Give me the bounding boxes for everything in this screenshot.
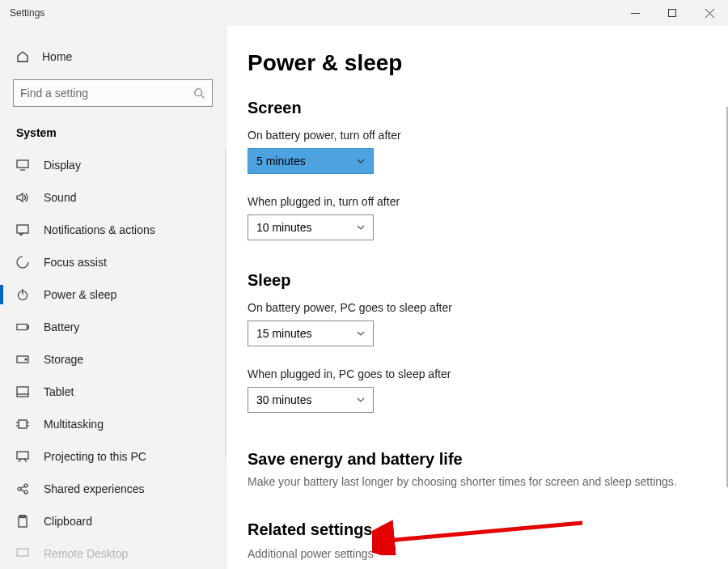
nav-multitasking[interactable]: Multitasking [0, 408, 226, 440]
sidebar: Home System Display Sound [0, 26, 226, 569]
titlebar: Settings [0, 0, 728, 26]
nav-battery[interactable]: Battery [0, 311, 226, 343]
window-title: Settings [10, 7, 44, 19]
nav-label: Storage [44, 353, 83, 366]
storage-icon [16, 353, 29, 366]
svg-point-14 [25, 359, 27, 360]
nav-sound[interactable]: Sound [0, 181, 226, 214]
nav-list: Display Sound Notifications & actions Fo… [0, 149, 226, 569]
nav-label: Focus assist [44, 256, 107, 269]
nav-display[interactable]: Display [0, 149, 226, 181]
home-icon [16, 50, 29, 63]
shared-icon [16, 482, 29, 495]
sleep-plugged-label: When plugged in, PC goes to sleep after [248, 367, 707, 380]
nav-notifications[interactable]: Notifications & actions [0, 214, 226, 246]
nav-projecting[interactable]: Projecting to this PC [0, 440, 226, 473]
nav-label: Clipboard [44, 515, 92, 528]
svg-rect-30 [17, 549, 28, 556]
page-title: Power & sleep [248, 50, 707, 76]
search-box[interactable] [13, 79, 213, 107]
nav-focus[interactable]: Focus assist [0, 246, 226, 278]
nav-label: Battery [44, 321, 79, 333]
multitasking-icon [16, 418, 29, 431]
dropdown-value: 5 minutes [256, 155, 306, 168]
sleep-heading: Sleep [248, 271, 707, 290]
svg-line-27 [21, 490, 24, 491]
nav-label: Multitasking [44, 418, 104, 431]
svg-point-4 [195, 89, 202, 96]
svg-rect-8 [17, 225, 28, 233]
nav-shared[interactable]: Shared experiences [0, 473, 226, 505]
nav-label: Power & sleep [44, 288, 116, 301]
screen-heading: Screen [248, 99, 707, 117]
svg-line-5 [201, 96, 205, 99]
screen-battery-label: On battery power, turn off after [248, 129, 707, 142]
projecting-icon [16, 450, 29, 463]
svg-point-24 [24, 484, 28, 487]
minimize-button[interactable] [616, 0, 654, 26]
nav-label: Tablet [44, 385, 74, 398]
additional-power-link[interactable]: Additional power settings [248, 547, 707, 560]
battery-icon [16, 321, 29, 333]
screen-battery-dropdown[interactable]: 5 minutes [248, 148, 374, 174]
nav-label: Remote Desktop [44, 547, 128, 560]
svg-rect-22 [17, 452, 28, 459]
related-heading: Related settings [248, 520, 707, 539]
nav-storage[interactable]: Storage [0, 343, 226, 376]
home-nav[interactable]: Home [0, 42, 226, 74]
focus-icon [16, 256, 29, 269]
screen-plugged-label: When plugged in, turn off after [248, 195, 707, 208]
display-icon [16, 159, 29, 172]
tablet-icon [16, 385, 29, 398]
sleep-battery-dropdown[interactable]: 15 minutes [248, 321, 374, 346]
save-heading: Save energy and battery life [248, 450, 707, 469]
home-label: Home [42, 50, 72, 63]
svg-point-25 [24, 490, 28, 494]
nav-tablet[interactable]: Tablet [0, 376, 226, 408]
main-content: Power & sleep Screen On battery power, t… [226, 26, 728, 569]
clipboard-icon [16, 515, 29, 528]
nav-remote[interactable]: Remote Desktop [0, 537, 226, 569]
sleep-plugged-dropdown[interactable]: 30 minutes [248, 387, 374, 413]
dropdown-value: 30 minutes [256, 393, 311, 406]
notifications-icon [16, 223, 29, 236]
chevron-down-icon [357, 155, 365, 168]
remote-icon [16, 547, 29, 560]
chevron-down-icon [357, 221, 365, 234]
sound-icon [16, 191, 29, 204]
svg-point-23 [18, 487, 21, 490]
search-icon [193, 87, 205, 100]
category-label: System [0, 123, 226, 149]
svg-rect-12 [28, 325, 29, 329]
chevron-down-icon [357, 393, 365, 406]
chevron-down-icon [357, 327, 365, 340]
save-sub: Make your battery last longer by choosin… [248, 475, 707, 488]
svg-line-26 [21, 486, 24, 488]
power-icon [16, 288, 29, 301]
sleep-battery-label: On battery power, PC goes to sleep after [248, 301, 707, 314]
nav-label: Notifications & actions [44, 223, 155, 236]
nav-label: Sound [44, 191, 76, 204]
nav-label: Display [44, 159, 81, 172]
dropdown-value: 15 minutes [256, 327, 311, 340]
svg-rect-6 [17, 160, 28, 168]
svg-rect-15 [17, 387, 28, 397]
search-input[interactable] [20, 87, 193, 100]
nav-label: Projecting to this PC [44, 450, 146, 463]
maximize-button[interactable] [654, 0, 691, 26]
dropdown-value: 10 minutes [256, 221, 311, 234]
nav-clipboard[interactable]: Clipboard [0, 505, 226, 537]
nav-power-sleep[interactable]: Power & sleep [0, 278, 226, 311]
svg-rect-11 [17, 324, 27, 329]
svg-rect-17 [19, 420, 27, 428]
close-button[interactable] [691, 0, 728, 26]
screen-plugged-dropdown[interactable]: 10 minutes [248, 214, 374, 240]
nav-label: Shared experiences [44, 482, 145, 495]
svg-rect-1 [669, 10, 676, 17]
